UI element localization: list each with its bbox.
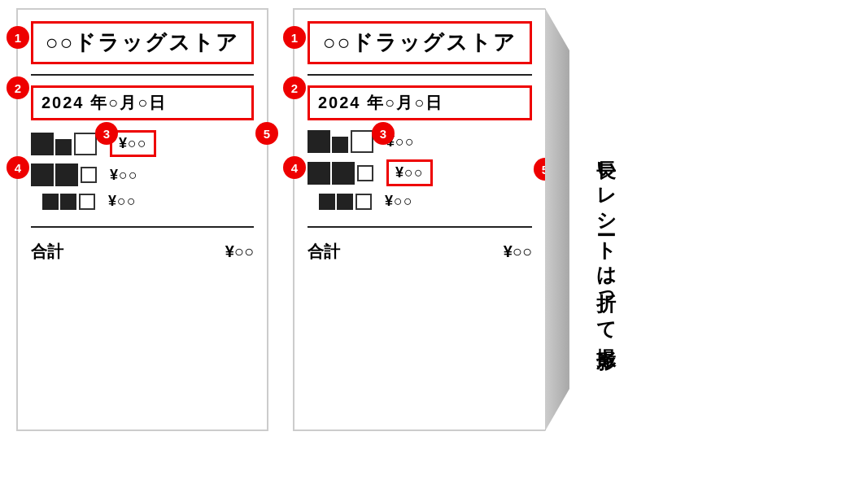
total-label-2: 合計 bbox=[308, 241, 340, 263]
receipt1-items: 3 ¥○○ 5 4 bbox=[31, 130, 254, 210]
r2-block-dark-5 bbox=[319, 194, 335, 210]
r2-block-dark-4 bbox=[332, 162, 355, 185]
total-price-1: ¥○○ bbox=[225, 242, 254, 261]
badge-1-r2: 1 bbox=[283, 26, 306, 49]
badge-5-r1: 5 bbox=[255, 122, 278, 145]
divider-2 bbox=[31, 226, 254, 228]
receipt2-items: 3 ¥○○ 4 bbox=[308, 130, 532, 210]
receipt-2-wrapper: 1 ○○ドラッグストア 2 2024 年○月○日 3 ¥○○ bbox=[293, 8, 569, 431]
r2-item1-blocks bbox=[308, 130, 348, 153]
receipt2-date: 2024 年○月○日 bbox=[308, 85, 532, 120]
badge-3-r1: 3 bbox=[95, 122, 118, 145]
badge-3-r2: 3 bbox=[372, 122, 395, 145]
badge-2-r1: 2 bbox=[7, 76, 29, 99]
block-dark-6 bbox=[60, 194, 76, 210]
r2-block-dark-6 bbox=[337, 194, 353, 210]
item-row-1: 3 ¥○○ 5 bbox=[31, 130, 254, 157]
divider-4 bbox=[308, 226, 532, 228]
fold-flap bbox=[545, 8, 569, 431]
block-white-3 bbox=[79, 194, 95, 210]
item2-price: ¥○○ bbox=[110, 167, 138, 184]
receipt-1: 1 ○○ドラッグストア 2 2024 年○月○日 3 ¥○○ 5 bbox=[16, 8, 268, 431]
item1-blocks bbox=[31, 133, 72, 155]
badge-4-r2: 4 bbox=[283, 156, 306, 179]
item-row-2: 4 ¥○○ bbox=[31, 164, 254, 186]
r2-item3-img bbox=[319, 194, 372, 210]
r2-item-row-3: ¥○○ bbox=[308, 193, 532, 210]
item1-img bbox=[31, 133, 97, 155]
block-dark-5 bbox=[42, 194, 59, 210]
badge-1-r1: 1 bbox=[7, 26, 29, 49]
receipt2-total: 合計 ¥○○ bbox=[308, 238, 532, 266]
r2-block-white-1 bbox=[351, 130, 373, 153]
divider-1 bbox=[31, 74, 254, 76]
receipt1-date: 2024 年○月○日 bbox=[31, 85, 254, 120]
divider-3 bbox=[308, 74, 532, 76]
r2-block-white-2 bbox=[357, 165, 373, 181]
r2-block-dark-3 bbox=[308, 162, 330, 185]
r2-item3-blocks bbox=[319, 194, 353, 210]
item2-blocks bbox=[31, 164, 78, 186]
r2-item3-price: ¥○○ bbox=[385, 193, 413, 210]
block-white-2 bbox=[81, 167, 97, 183]
item3-price: ¥○○ bbox=[108, 193, 137, 210]
block-white-1 bbox=[74, 133, 97, 155]
receipt1-total: 合計 ¥○○ bbox=[31, 238, 254, 266]
block-dark-4 bbox=[55, 164, 78, 186]
block-dark-3 bbox=[31, 164, 54, 186]
total-label-1: 合計 bbox=[31, 241, 63, 263]
r2-block-white-3 bbox=[355, 194, 372, 210]
receipt1-title: ○○ドラッグストア bbox=[31, 21, 254, 64]
badge-4-r1: 4 bbox=[7, 156, 29, 179]
block-dark-2 bbox=[55, 139, 72, 155]
r2-item1-img bbox=[308, 130, 373, 153]
r2-block-dark-1 bbox=[308, 130, 330, 153]
item3-blocks bbox=[42, 194, 76, 210]
block-dark-1 bbox=[31, 133, 54, 155]
receipt2-title: ○○ドラッグストア bbox=[308, 21, 532, 64]
vertical-caption: 長いレシートは折って撮影 bbox=[594, 8, 619, 476]
r2-item-row-1: 3 ¥○○ bbox=[308, 130, 532, 153]
r2-item2-blocks bbox=[308, 162, 355, 185]
r2-item2-img bbox=[308, 162, 373, 185]
r2-block-dark-2 bbox=[332, 137, 348, 153]
badge-2-r2: 2 bbox=[283, 76, 306, 99]
r2-item-row-2: 4 ¥○○ 5 bbox=[308, 159, 532, 186]
item2-img bbox=[31, 164, 97, 186]
item3-img bbox=[42, 194, 95, 210]
page-container: 1 ○○ドラッグストア 2 2024 年○月○日 3 ¥○○ 5 bbox=[0, 0, 868, 484]
item-row-3: ¥○○ bbox=[31, 193, 254, 210]
total-price-2: ¥○○ bbox=[504, 242, 532, 261]
r2-item2-price-highlighted: ¥○○ bbox=[386, 159, 433, 186]
receipt-2: 1 ○○ドラッグストア 2 2024 年○月○日 3 ¥○○ bbox=[293, 8, 545, 431]
